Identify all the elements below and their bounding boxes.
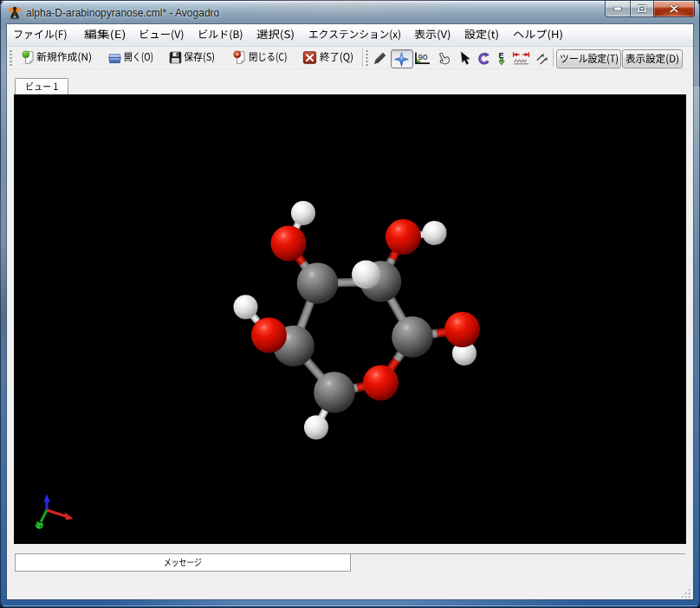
toolbar-grip-handle-2[interactable] bbox=[366, 49, 369, 66]
selection-tool-button[interactable] bbox=[455, 49, 476, 67]
display-settings-label: 表示設定(D) bbox=[625, 53, 679, 65]
tool-settings-label: ツール設定(T) bbox=[560, 53, 619, 65]
restore-icon bbox=[638, 4, 647, 13]
minimize-icon bbox=[613, 7, 622, 11]
atom-H_otl[interactable] bbox=[291, 201, 315, 225]
atom-H_ob[interactable] bbox=[304, 416, 328, 440]
angle-90-icon: 90 bbox=[413, 51, 431, 66]
pencil-icon bbox=[373, 51, 387, 66]
atom-O_l[interactable] bbox=[251, 318, 287, 353]
menu-item-build[interactable]: ビルド(B) bbox=[198, 29, 243, 41]
document-new-icon bbox=[22, 50, 36, 65]
menu-item-display[interactable]: 表示(V) bbox=[414, 29, 451, 41]
label-text: 編集(E) bbox=[84, 29, 126, 41]
restore-button[interactable] bbox=[630, 1, 654, 17]
save-file-button[interactable]: 保存(S) bbox=[166, 47, 217, 68]
menu-item-edit[interactable]: 編集(E) bbox=[84, 29, 126, 41]
atom-O_tl[interactable] bbox=[271, 226, 307, 262]
close-button[interactable] bbox=[653, 1, 695, 17]
right-border-glass bbox=[693, 87, 700, 260]
auto-rotate-tool-button[interactable] bbox=[474, 49, 495, 67]
label-text: 選択(S) bbox=[256, 29, 295, 41]
atom-O_tr[interactable] bbox=[386, 219, 421, 255]
label-text: ビルド(B) bbox=[198, 29, 243, 41]
atom-C4[interactable] bbox=[297, 262, 339, 304]
atom-O_ring[interactable] bbox=[363, 365, 399, 401]
molecule-render bbox=[14, 94, 686, 544]
toolbar-row: 新規作成(N) 開く(O) 保存(S) bbox=[7, 47, 693, 69]
navigate-star-icon bbox=[394, 52, 409, 67]
open-file-label: 開く(O) bbox=[124, 51, 153, 63]
app-window: alpha-D-arabinopyranose.cml* - Avogadro … bbox=[0, 0, 700, 608]
quit-button[interactable]: 終了(Q) bbox=[301, 47, 354, 68]
close-file-label: 閉じる(C) bbox=[249, 51, 288, 63]
atom-C1[interactable] bbox=[392, 316, 433, 358]
menu-item-file[interactable]: ファイル(F) bbox=[13, 29, 68, 41]
atom-H_c[interactable] bbox=[352, 261, 380, 289]
atom-O_r[interactable] bbox=[444, 312, 480, 347]
measure-tool-button[interactable] bbox=[509, 49, 528, 67]
auto-optimize-tool-button[interactable]: E bbox=[494, 49, 506, 67]
messages-dock-tab[interactable]: メッセージ bbox=[15, 553, 351, 572]
label-text: ビュー 1 bbox=[25, 81, 58, 92]
orientation-axes-indicator bbox=[36, 495, 74, 529]
draw-tool-button[interactable] bbox=[370, 49, 391, 67]
label-text: 新規作成(N) bbox=[36, 51, 92, 63]
window-title: alpha-D-arabinopyranose.cml* - Avogadro bbox=[26, 6, 219, 20]
label-text: 保存(S) bbox=[184, 51, 215, 63]
quit-label: 終了(Q) bbox=[320, 51, 353, 63]
align-arrows-icon bbox=[535, 51, 548, 66]
menu-item-extensions[interactable]: エクステンション(x) bbox=[308, 29, 401, 41]
atom-H_ol[interactable] bbox=[234, 295, 258, 320]
manipulate-tool-button[interactable] bbox=[433, 49, 454, 67]
atom-C5[interactable] bbox=[314, 372, 355, 413]
display-settings-button[interactable]: 表示設定(D) bbox=[622, 49, 683, 68]
svg-text:90: 90 bbox=[418, 52, 428, 61]
dock-area-top-line bbox=[349, 553, 685, 554]
save-file-label: 保存(S) bbox=[184, 51, 215, 63]
view-tab-label: ビュー 1 bbox=[25, 81, 58, 92]
toolbar-separator-2 bbox=[553, 49, 556, 67]
label-text: ツール設定(T) bbox=[560, 53, 619, 65]
rotate-arrow-icon bbox=[476, 51, 491, 66]
document-close-icon bbox=[233, 50, 248, 65]
label-text: 表示(V) bbox=[414, 29, 451, 41]
bond-centric-tool-button[interactable]: 90 bbox=[411, 49, 431, 67]
menu-item-help[interactable]: ヘルプ(H) bbox=[513, 29, 563, 41]
label-text: 終了(Q) bbox=[320, 51, 353, 63]
screenshot-root: { "window": { "title": "alpha-D-arabinop… bbox=[0, 0, 700, 608]
avogadro-app-icon bbox=[8, 6, 22, 20]
label-text: ファイル(F) bbox=[13, 29, 68, 41]
frame-bottom-highlight bbox=[3, 605, 697, 606]
atom-H_otr[interactable] bbox=[423, 221, 447, 245]
resize-grip-dots bbox=[681, 589, 692, 599]
open-file-button[interactable]: 開く(O) bbox=[106, 47, 156, 68]
hand-icon bbox=[436, 51, 450, 66]
align-tool-button[interactable] bbox=[533, 49, 547, 67]
resize-grip[interactable] bbox=[681, 587, 692, 598]
cursor-arrow-icon bbox=[457, 51, 472, 66]
label-text: 表示設定(D) bbox=[625, 53, 679, 65]
label-text: エクステンション(x) bbox=[308, 29, 401, 41]
application-quit-icon bbox=[302, 50, 317, 65]
title-bar[interactable]: alpha-D-arabinopyranose.cml* - Avogadro bbox=[0, 0, 700, 24]
menu-item-select[interactable]: 選択(S) bbox=[256, 29, 295, 41]
tool-settings-button[interactable]: ツール設定(T) bbox=[556, 49, 621, 68]
client-area: ファイル(F) 編集(E) ビュー(V) ビルド(B) 選択(S) エクステンシ… bbox=[7, 24, 693, 599]
gl-viewport[interactable] bbox=[14, 94, 686, 544]
close-file-button[interactable]: 閉じる(C) bbox=[231, 47, 288, 68]
menu-item-view[interactable]: ビュー(V) bbox=[139, 29, 185, 41]
toolbar-grip-handle[interactable] bbox=[10, 49, 13, 66]
document-open-icon bbox=[107, 50, 122, 65]
view-tab[interactable]: ビュー 1 bbox=[15, 78, 68, 95]
label-text: 閉じる(C) bbox=[249, 51, 288, 63]
new-file-button[interactable]: 新規作成(N) bbox=[20, 47, 94, 68]
minimize-button[interactable] bbox=[605, 1, 631, 17]
document-save-icon bbox=[168, 50, 183, 65]
close-icon bbox=[670, 5, 679, 13]
menu-item-settings[interactable]: 設定(t) bbox=[464, 29, 499, 41]
new-file-label: 新規作成(N) bbox=[36, 51, 92, 63]
measure-arrows-icon bbox=[512, 51, 530, 66]
label-text: メッセージ bbox=[164, 557, 202, 568]
messages-dock-label: メッセージ bbox=[164, 557, 202, 568]
